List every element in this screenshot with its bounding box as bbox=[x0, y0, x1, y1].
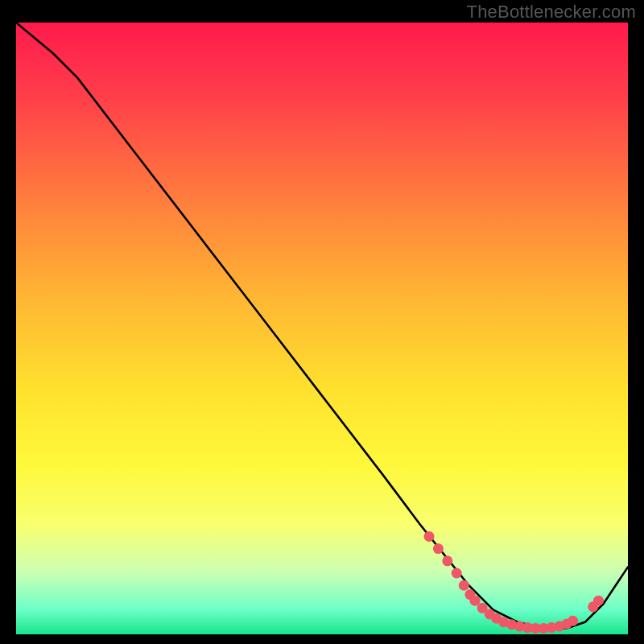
highlight-dot bbox=[568, 616, 578, 626]
highlight-dot bbox=[442, 555, 452, 566]
highlight-dot bbox=[452, 568, 462, 579]
bottleneck-curve-line bbox=[16, 23, 628, 628]
highlight-dot bbox=[433, 543, 444, 554]
highlight-dot bbox=[593, 596, 604, 606]
attribution-watermark: TheBottlenecker.com bbox=[467, 2, 636, 23]
highlight-dot bbox=[424, 531, 435, 542]
chart-container: TheBottlenecker.com bbox=[0, 0, 644, 644]
highlight-dots-group bbox=[424, 531, 605, 634]
plot-area bbox=[16, 23, 628, 634]
curve-overlay bbox=[16, 23, 628, 634]
highlight-dot bbox=[459, 580, 469, 591]
